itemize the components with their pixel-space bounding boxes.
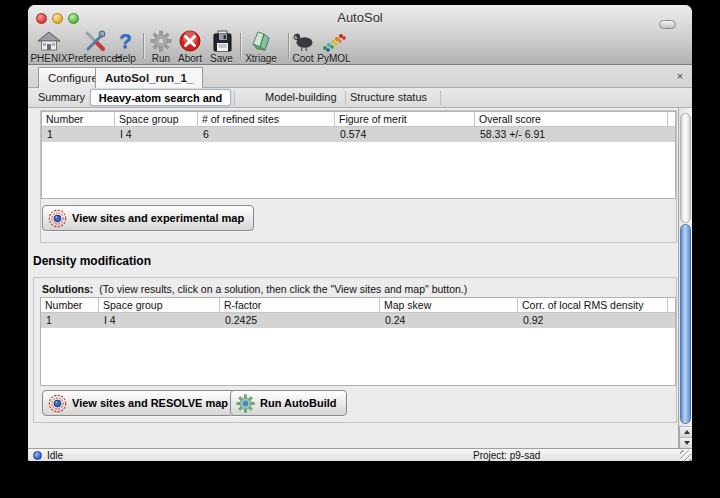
cell-space-group: I 4 <box>115 127 198 142</box>
density-solution-row[interactable]: 1 I 4 0.2425 0.24 0.92 <box>41 313 675 328</box>
toolbar-run-button[interactable]: Run <box>147 29 175 65</box>
cell-map-skew: 0.24 <box>380 313 518 328</box>
solutions-hint: Solutions:(To view results, click on a s… <box>42 283 467 295</box>
window-title: AutoSol <box>28 10 692 25</box>
column-header[interactable]: Space group <box>99 298 220 312</box>
toolbar-phenix-label: PHENIX <box>30 53 68 64</box>
toolbar-xtriage-button[interactable]: Xtriage <box>242 29 280 65</box>
phasing-solutions-table[interactable]: Number Space group # of refined sites Fi… <box>41 111 676 199</box>
autobuild-icon <box>236 394 255 413</box>
toolbar-pymol-button[interactable]: PyMOL <box>316 29 352 65</box>
column-header <box>668 298 675 312</box>
subtab-separator <box>345 91 346 105</box>
status-text: Idle <box>47 450 63 461</box>
run-gear-icon <box>147 29 175 53</box>
toolbar-save-label: Save <box>206 53 237 64</box>
close-tab-icon[interactable]: × <box>673 69 687 83</box>
column-header[interactable]: Number <box>41 298 99 312</box>
view-resolve-map-button[interactable]: View sites and RESOLVE map <box>42 390 238 416</box>
help-icon: ? <box>110 29 141 53</box>
scroll-up-button[interactable] <box>679 426 692 437</box>
column-header[interactable]: Overall score <box>475 112 668 126</box>
toolbar-separator <box>288 33 289 59</box>
density-solutions-table[interactable]: Number Space group R-factor Map skew Cor… <box>40 297 676 386</box>
density-map-icon <box>48 394 67 413</box>
tab-structure-status[interactable]: Structure status <box>350 88 427 107</box>
toolbar-coot-button[interactable]: Coot <box>290 29 316 65</box>
view-experimental-map-button[interactable]: View sites and experimental map <box>42 205 254 231</box>
column-header[interactable]: Number <box>42 112 115 126</box>
autosol-window: AutoSol PHENIX <box>28 5 692 461</box>
cell-number: 1 <box>42 127 115 142</box>
cell-figure-of-merit: 0.574 <box>335 127 475 142</box>
toolbar-phenix-button[interactable]: PHENIX <box>30 29 68 65</box>
project-label: Project: p9-sad <box>473 450 540 461</box>
phasing-solution-row[interactable]: 1 I 4 6 0.574 58.33 +/- 6.91 <box>42 127 675 142</box>
resize-grip[interactable] <box>680 450 691 461</box>
coot-bird-icon <box>290 29 316 53</box>
column-header[interactable]: Map skew <box>380 298 518 312</box>
column-header[interactable]: Corr. of local RMS density <box>518 298 668 312</box>
view-experimental-map-label: View sites and experimental map <box>72 212 244 224</box>
abort-icon <box>174 29 206 53</box>
solutions-label: Solutions: <box>42 283 93 295</box>
xtriage-crystal-icon <box>242 29 280 53</box>
run-autobuild-label: Run AutoBuild <box>260 397 337 409</box>
cell-overall-score: 58.33 +/- 6.91 <box>475 127 668 142</box>
scrollbar-thumb[interactable] <box>680 224 691 424</box>
toolbar-separator <box>240 33 241 59</box>
density-table-header: Number Space group R-factor Map skew Cor… <box>41 298 675 313</box>
arrow-up-icon <box>684 430 690 434</box>
toolbar-separator <box>143 33 144 59</box>
subtab-separator <box>440 91 441 105</box>
subtab-bar: Summary Heavy-atom search and phasing Mo… <box>28 88 692 108</box>
tab-summary[interactable]: Summary <box>38 88 85 107</box>
heavy-atom-panel: Number Space group # of refined sites Fi… <box>28 108 692 448</box>
cell-rms-density-corr: 0.92 <box>518 313 668 328</box>
title-bar: AutoSol PHENIX <box>28 5 692 65</box>
run-autobuild-button[interactable]: Run AutoBuild <box>230 390 347 416</box>
solutions-note: (To view results, click on a solution, t… <box>99 283 467 295</box>
toolbar-toggle-button[interactable] <box>659 20 676 29</box>
toolbar-abort-label: Abort <box>174 53 206 64</box>
column-header[interactable]: Space group <box>115 112 198 126</box>
cell-r-factor: 0.2425 <box>220 313 380 328</box>
scroll-down-button[interactable] <box>679 437 692 448</box>
column-header[interactable]: # of refined sites <box>198 112 335 126</box>
cell-refined-sites: 6 <box>198 127 335 142</box>
tab-model-building[interactable]: Model-building <box>265 88 337 107</box>
phenix-home-icon <box>30 29 68 53</box>
toolbar-help-label: Help <box>110 53 141 64</box>
subtab-separator <box>234 91 235 105</box>
column-header[interactable]: Figure of merit <box>335 112 475 126</box>
density-modification-box: Solutions:(To view results, click on a s… <box>33 277 677 423</box>
density-modification-heading: Density modification <box>33 254 151 268</box>
arrow-down-icon <box>684 441 690 445</box>
toolbar-save-button[interactable]: Save <box>206 29 237 65</box>
column-header <box>668 112 675 126</box>
tab-heavy-atom-search[interactable]: Heavy-atom search and phasing <box>90 89 231 106</box>
density-map-icon <box>48 209 67 228</box>
toolbar-help-button[interactable]: ? Help <box>110 29 141 65</box>
pymol-icon <box>316 29 352 53</box>
status-indicator-icon <box>33 451 42 460</box>
toolbar-xtriage-label: Xtriage <box>242 53 280 64</box>
scrollbar-thumb-upper[interactable] <box>680 113 691 223</box>
toolbar-pymol-label: PyMOL <box>316 53 352 64</box>
status-bar: Idle Project: p9-sad <box>28 448 692 461</box>
phasing-solutions-box: Number Space group # of refined sites Fi… <box>40 110 677 243</box>
cell-space-group: I 4 <box>99 313 220 328</box>
cell-number: 1 <box>41 313 99 328</box>
vertical-scrollbar[interactable] <box>678 108 692 448</box>
toolbar-run-label: Run <box>147 53 175 64</box>
view-resolve-map-label: View sites and RESOLVE map <box>72 397 228 409</box>
phasing-table-header: Number Space group # of refined sites Fi… <box>42 112 675 127</box>
toolbar-abort-button[interactable]: Abort <box>174 29 206 65</box>
toolbar-coot-label: Coot <box>290 53 316 64</box>
tab-autosol-run[interactable]: AutoSol_run_1_ <box>95 67 203 88</box>
main-tab-bar: Configure AutoSol_run_1_ × <box>28 65 692 88</box>
save-icon <box>206 29 237 53</box>
column-header[interactable]: R-factor <box>220 298 380 312</box>
